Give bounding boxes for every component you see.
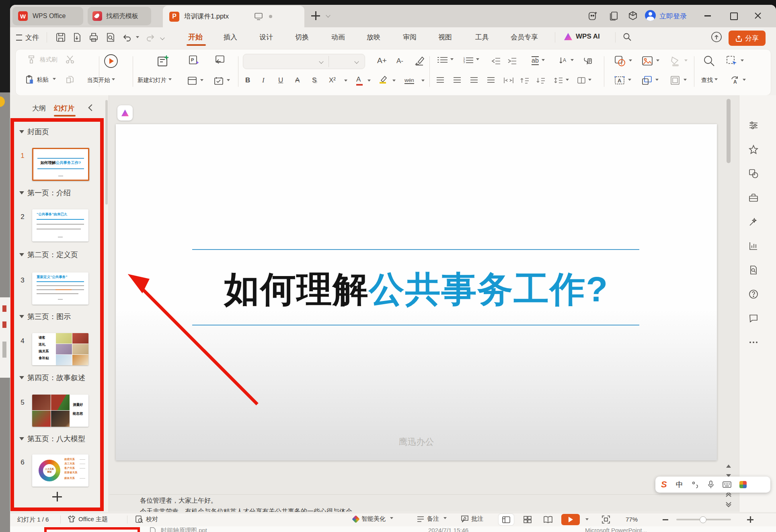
fill-button[interactable] <box>670 55 688 67</box>
bullet-list-button[interactable] <box>437 57 454 63</box>
ai-assistant-icon[interactable] <box>588 10 598 21</box>
paste-button[interactable]: 粘贴 <box>25 75 56 84</box>
reading-view-icon[interactable] <box>544 516 552 523</box>
menu-item-membership[interactable]: 会员专享 <box>511 33 538 42</box>
find-button[interactable]: 查找 <box>701 76 718 84</box>
panel-scrollbar-thumb[interactable] <box>105 100 108 205</box>
fill-dropdown[interactable] <box>684 59 688 63</box>
menu-item-home[interactable]: 开始 <box>188 32 203 42</box>
char-spacing-dropdown[interactable] <box>542 59 545 63</box>
proofread-button[interactable]: 校对 <box>135 515 158 523</box>
panel-scrollbar[interactable] <box>105 98 108 508</box>
spacing-before-icon[interactable] <box>520 77 529 84</box>
bold-button[interactable]: B <box>245 76 250 84</box>
slide-canvas[interactable]: 如何理解公共事务工作? 鹰迅办公 <box>116 124 717 460</box>
search-icon[interactable] <box>622 32 632 42</box>
menu-item-design[interactable]: 设计 <box>259 33 273 42</box>
chart-panel-icon[interactable] <box>749 241 758 251</box>
superscript-dropdown[interactable] <box>344 80 347 83</box>
menu-item-wps-ai[interactable]: WPS AI <box>564 32 600 41</box>
align-right-button[interactable] <box>470 77 478 83</box>
beautify-button[interactable]: 智能美化 <box>353 515 393 523</box>
phonetic-dropdown[interactable] <box>421 80 425 83</box>
align-justify-button[interactable] <box>487 77 495 83</box>
zoom-slider[interactable] <box>676 519 731 520</box>
scroll-up-icon[interactable] <box>726 462 731 468</box>
checklist-button[interactable] <box>214 76 230 85</box>
ime-skin-icon[interactable] <box>739 481 747 488</box>
columns-button[interactable] <box>577 77 591 84</box>
highlight-button[interactable] <box>380 76 388 84</box>
split-window-icon[interactable] <box>609 11 618 20</box>
new-tab-button[interactable] <box>310 10 321 21</box>
replace-dropdown[interactable] <box>743 79 746 82</box>
superscript-button[interactable]: X² <box>329 76 336 84</box>
cut-icon[interactable] <box>65 55 75 64</box>
format-painter-button[interactable]: 格式刷 <box>27 55 57 64</box>
ime-toolbar[interactable]: S 中 <box>655 477 770 493</box>
replace-button[interactable]: A <box>730 76 746 85</box>
theme-button[interactable]: Office 主题 <box>68 515 108 523</box>
new-slide-button[interactable]: 新建幻灯片 <box>138 76 172 84</box>
clear-format-icon[interactable] <box>414 55 425 66</box>
font-name-combo[interactable] <box>243 54 328 69</box>
columns-dropdown[interactable] <box>588 79 591 82</box>
doc-finder-icon[interactable] <box>749 265 758 275</box>
menu-item-view[interactable]: 视图 <box>438 33 452 42</box>
paste-dropdown[interactable] <box>53 78 56 82</box>
new-slide-dropdown[interactable] <box>168 78 172 82</box>
font-color-dropdown[interactable] <box>367 80 371 83</box>
ai-slide-icon[interactable]: P <box>188 55 199 66</box>
increase-font-icon[interactable]: A+ <box>377 56 387 65</box>
zoom-in-button[interactable] <box>747 516 753 523</box>
layout-button[interactable] <box>187 76 203 85</box>
export-icon[interactable] <box>72 32 82 43</box>
play-slideshow-dropdown[interactable] <box>585 518 589 522</box>
play-current-dropdown[interactable] <box>112 78 115 82</box>
smart-tools-icon[interactable] <box>749 217 758 227</box>
panel-tab-slides[interactable]: 幻灯片 <box>54 104 74 113</box>
menu-item-insert[interactable]: 插入 <box>224 33 237 42</box>
ime-keyboard-icon[interactable] <box>723 481 731 488</box>
tab-docer[interactable]: 找稻壳模板 <box>88 7 151 25</box>
bullet-dropdown[interactable] <box>450 58 454 62</box>
print-icon[interactable] <box>88 32 99 43</box>
outline-box-button[interactable] <box>670 76 687 85</box>
sogou-logo[interactable]: S <box>661 479 667 490</box>
print-preview-icon[interactable] <box>105 32 116 43</box>
shapes-button[interactable] <box>614 55 632 67</box>
minimize-button[interactable] <box>704 15 711 16</box>
picture-button[interactable] <box>642 55 659 67</box>
login-link[interactable]: 立即登录 <box>659 12 687 21</box>
text-direction-dropdown[interactable] <box>571 59 574 63</box>
frame-dropdown[interactable] <box>655 79 659 82</box>
ime-language-toggle[interactable]: 中 <box>676 480 683 489</box>
line-spacing-button[interactable] <box>554 77 569 84</box>
save-icon[interactable] <box>55 32 66 43</box>
play-slideshow-button[interactable] <box>561 514 580 525</box>
font-color-button[interactable]: A <box>356 76 363 86</box>
wps-ai-floating-button[interactable] <box>117 105 133 121</box>
toolbox-icon[interactable] <box>749 193 758 203</box>
file-menu[interactable]: 文件 <box>16 33 39 42</box>
numbered-dropdown[interactable] <box>476 58 479 62</box>
tab-document-active[interactable]: P 培训课件1.pptx <box>163 6 304 27</box>
fit-slide-icon[interactable] <box>602 515 610 524</box>
outline-box-dropdown[interactable] <box>684 79 687 82</box>
upload-cloud-icon[interactable] <box>711 31 722 43</box>
maximize-button[interactable] <box>730 12 738 20</box>
frame-button[interactable] <box>642 76 659 85</box>
canvas-scrollbar[interactable] <box>726 97 731 459</box>
align-left-button[interactable] <box>437 77 444 83</box>
undo-dropdown[interactable] <box>136 36 139 40</box>
underline-button[interactable]: U <box>278 76 283 84</box>
workspace-cube-icon[interactable] <box>628 11 638 20</box>
play-current-button[interactable]: 当页开始 <box>87 76 115 84</box>
comment-panel-icon[interactable] <box>749 313 758 323</box>
panel-tab-outline[interactable]: 大纲 <box>32 104 46 113</box>
layout-dropdown[interactable] <box>200 79 203 83</box>
phonetic-guide-button[interactable]: wén <box>404 77 414 84</box>
avatar[interactable] <box>645 10 656 21</box>
italic-button[interactable]: I <box>262 76 265 84</box>
ime-microphone-icon[interactable] <box>707 481 714 489</box>
